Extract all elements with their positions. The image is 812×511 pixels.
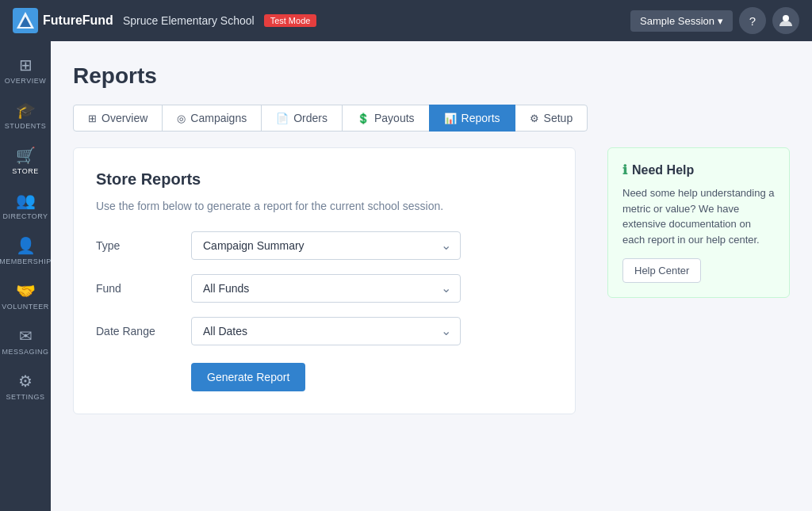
- store-reports-title: Store Reports: [96, 170, 553, 189]
- logo-icon: [13, 8, 38, 33]
- sidebar-item-settings[interactable]: ⚙ SETTINGS: [0, 364, 51, 409]
- tab-payouts-icon: 💲: [357, 112, 370, 124]
- user-avatar-button[interactable]: [772, 7, 799, 34]
- volunteer-icon: 🤝: [16, 281, 36, 300]
- tab-orders-icon: 📄: [276, 112, 289, 124]
- content-body: Store Reports Use the form below to gene…: [73, 147, 790, 414]
- tab-orders[interactable]: 📄 Orders: [261, 105, 343, 132]
- tab-overview-icon: ⊞: [88, 112, 97, 124]
- logo-text: FutureFund: [43, 13, 113, 28]
- type-label: Type: [96, 239, 191, 252]
- help-panel: ℹ Need Help Need some help understanding…: [607, 147, 790, 298]
- tab-reports[interactable]: 📊 Reports: [429, 105, 515, 132]
- nav-right: Sample Session ▾ ?: [630, 7, 799, 34]
- sidebar-item-directory[interactable]: 👥 DIRECTORY: [0, 183, 51, 228]
- fund-row: Fund All Funds: [96, 274, 553, 303]
- sidebar-label-students: STUDENTS: [5, 122, 47, 130]
- tab-overview[interactable]: ⊞ Overview: [73, 105, 163, 132]
- help-card: ℹ Need Help Need some help understanding…: [607, 147, 790, 298]
- type-select[interactable]: Campaign Summary Order Summary Payout Su…: [191, 231, 461, 260]
- svg-point-3: [783, 15, 789, 21]
- page-title: Reports: [73, 63, 790, 89]
- main-layout: ⊞ OVERVIEW 🎓 STUDENTS 🛒 STORE 👥 DIRECTOR…: [0, 41, 812, 511]
- session-button[interactable]: Sample Session ▾: [630, 10, 733, 32]
- tab-reports-icon: 📊: [444, 112, 457, 124]
- sidebar-label-settings: SETTINGS: [6, 393, 44, 401]
- students-icon: 🎓: [16, 101, 36, 120]
- school-name: Spruce Elementary School: [123, 14, 255, 27]
- settings-icon: ⚙: [18, 372, 33, 391]
- fund-select-wrapper: All Funds: [191, 274, 461, 303]
- help-card-body: Need some help understanding a metric or…: [622, 185, 775, 247]
- sidebar-label-overview: OVERVIEW: [5, 77, 46, 85]
- content-area: Reports ⊞ Overview ◎ Campaigns 📄 Orders …: [51, 41, 812, 511]
- generate-btn-row: Generate Report: [96, 360, 553, 391]
- content-main: Store Reports Use the form below to gene…: [73, 147, 576, 414]
- sidebar-item-volunteer[interactable]: 🤝 VOLUNTEER: [0, 273, 51, 318]
- top-navigation: FutureFund Spruce Elementary School Test…: [0, 0, 812, 41]
- help-card-title: ℹ Need Help: [622, 162, 775, 177]
- tab-setup-icon: ⚙: [530, 112, 539, 124]
- store-reports-description: Use the form below to generate a report …: [96, 200, 553, 212]
- tab-setup[interactable]: ⚙ Setup: [515, 105, 588, 132]
- sidebar-item-store[interactable]: 🛒 STORE: [0, 138, 51, 183]
- sidebar-item-membership[interactable]: 👤 MEMBERSHIP: [0, 228, 51, 273]
- tab-campaigns[interactable]: ◎ Campaigns: [162, 105, 262, 132]
- tab-navigation: ⊞ Overview ◎ Campaigns 📄 Orders 💲 Payout…: [73, 105, 790, 132]
- store-icon: 🛒: [16, 146, 36, 165]
- date-range-label: Date Range: [96, 325, 191, 337]
- membership-icon: 👤: [16, 236, 36, 255]
- fund-label: Fund: [96, 282, 191, 295]
- tab-payouts[interactable]: 💲 Payouts: [342, 105, 430, 132]
- sidebar-item-students[interactable]: 🎓 STUDENTS: [0, 93, 51, 138]
- logo: FutureFund: [13, 8, 113, 33]
- test-mode-badge: Test Mode: [264, 14, 317, 27]
- type-select-wrapper: Campaign Summary Order Summary Payout Su…: [191, 231, 461, 260]
- fund-select[interactable]: All Funds: [191, 274, 461, 303]
- date-range-select[interactable]: All Dates Last 7 Days Last 30 Days Custo…: [191, 317, 461, 345]
- sidebar-item-messaging[interactable]: ✉ MESSAGING: [0, 318, 51, 364]
- overview-icon: ⊞: [19, 55, 33, 74]
- help-center-button[interactable]: Help Center: [622, 258, 701, 283]
- directory-icon: 👥: [16, 191, 36, 210]
- sidebar-label-membership: MEMBERSHIP: [0, 257, 52, 265]
- sidebar-label-directory: DIRECTORY: [2, 212, 48, 220]
- sidebar-label-store: STORE: [12, 167, 38, 175]
- info-icon: ℹ: [622, 162, 627, 177]
- messaging-icon: ✉: [19, 326, 33, 345]
- date-range-select-wrapper: All Dates Last 7 Days Last 30 Days Custo…: [191, 317, 461, 345]
- date-range-row: Date Range All Dates Last 7 Days Last 30…: [96, 317, 553, 345]
- sidebar: ⊞ OVERVIEW 🎓 STUDENTS 🛒 STORE 👥 DIRECTOR…: [0, 41, 51, 511]
- tab-campaigns-icon: ◎: [177, 112, 186, 124]
- sidebar-label-messaging: MESSAGING: [2, 348, 49, 356]
- sidebar-label-volunteer: VOLUNTEER: [2, 303, 49, 311]
- nav-left: FutureFund Spruce Elementary School Test…: [13, 8, 316, 33]
- generate-report-button[interactable]: Generate Report: [191, 363, 305, 391]
- help-button[interactable]: ?: [739, 7, 766, 34]
- store-reports-card: Store Reports Use the form below to gene…: [73, 147, 576, 414]
- sidebar-item-overview[interactable]: ⊞ OVERVIEW: [0, 48, 51, 93]
- type-row: Type Campaign Summary Order Summary Payo…: [96, 231, 553, 260]
